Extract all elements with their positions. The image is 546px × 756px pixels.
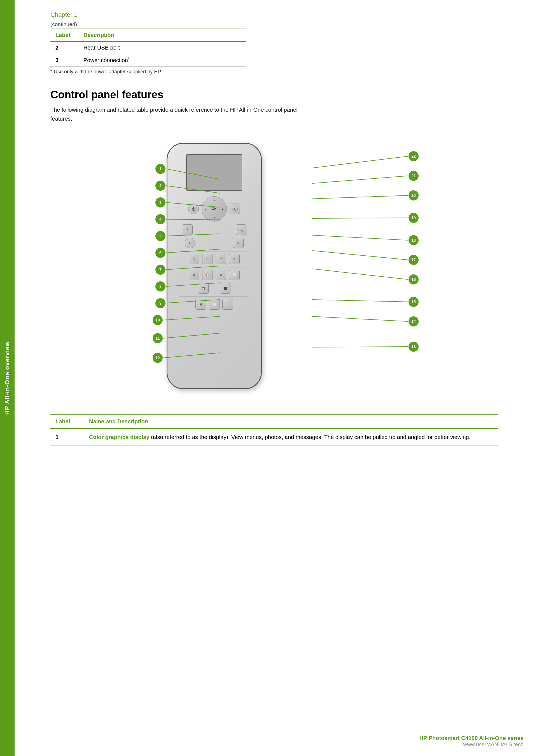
- sidebar: HP All-in-One overview: [0, 0, 15, 756]
- table-row: 3 Power connection*: [50, 54, 246, 67]
- callout-14: 14: [409, 316, 419, 326]
- svg-line-16: [312, 235, 408, 240]
- callout-7: 7: [155, 265, 165, 275]
- btn-row-5: 🖼 📋 ⚙ ⬜: [176, 270, 252, 280]
- section-heading: Control panel features: [50, 89, 524, 101]
- features-col-label: Label: [50, 415, 84, 428]
- callout-20: 20: [409, 190, 419, 200]
- photo-btn[interactable]: 🖼: [189, 270, 199, 280]
- back-btn[interactable]: ↩: [185, 238, 195, 248]
- btn-row-7: 🖨 ⬜ ▭: [176, 299, 252, 310]
- features-row-1: 1 Color graphics display (also referred …: [50, 428, 498, 446]
- description-text: (also referred to as the display): View …: [150, 434, 471, 440]
- svg-line-21: [312, 347, 408, 347]
- btn-row-6: 💾 ⬛: [176, 283, 252, 294]
- svg-line-14: [312, 195, 408, 199]
- svg-line-12: [312, 156, 408, 168]
- features-col-desc: Name and Description: [84, 415, 498, 428]
- footnote: * Use only with the power adapter suppli…: [50, 69, 524, 75]
- features-description: Color graphics display (also referred to…: [84, 428, 498, 446]
- features-label: 1: [50, 428, 84, 446]
- continued-table: Label Description 2 Rear USB port 3 Powe…: [50, 29, 246, 67]
- svg-line-17: [312, 251, 408, 260]
- callout-13: 13: [409, 342, 419, 352]
- frame-btn[interactable]: ⬛: [220, 283, 230, 294]
- callout-19: 19: [409, 213, 419, 223]
- col-description-header: Description: [78, 29, 246, 41]
- footer-url: www.userMANUALS.tech: [419, 741, 524, 748]
- section-intro: The following diagram and related table …: [50, 105, 302, 123]
- callout-8: 8: [155, 281, 165, 291]
- svg-line-19: [312, 300, 408, 302]
- btn-row-3: ↩ ⊞: [176, 238, 252, 248]
- callout-11: 11: [153, 333, 163, 343]
- btn-row-1: ⏻ ▲ ▼ ◄ ► OK 🔍+: [176, 196, 252, 221]
- alert-btn[interactable]: !: [182, 224, 193, 235]
- crop-btn[interactable]: ⬜: [229, 270, 240, 280]
- callout-1: 1: [155, 164, 165, 174]
- layout-btn[interactable]: ⊞: [233, 238, 244, 248]
- chapter-label: Chapter 1: [50, 11, 524, 18]
- svg-line-15: [312, 218, 408, 218]
- memory-btn[interactable]: 💾: [198, 283, 209, 294]
- callout-15: 15: [409, 297, 419, 307]
- callout-21: 21: [409, 171, 419, 181]
- callout-18: 18: [409, 235, 419, 245]
- callout-4: 4: [155, 214, 165, 224]
- power-btn[interactable]: ⏻: [188, 204, 199, 214]
- copy-btn[interactable]: ✂: [202, 254, 213, 264]
- col-label-header: Label: [50, 29, 78, 41]
- print-btn[interactable]: 🖨: [195, 299, 206, 310]
- features-table: Label Name and Description 1 Color graph…: [50, 414, 498, 446]
- table-row: 2 Rear USB port: [50, 41, 246, 54]
- footer: HP Photosmart C4100 All-in-One series ww…: [419, 735, 524, 748]
- help-btn[interactable]: ?: [216, 254, 226, 264]
- svg-line-20: [312, 316, 408, 321]
- square-btn[interactable]: ⬜: [209, 299, 220, 310]
- sidebar-label: HP All-in-One overview: [4, 341, 11, 415]
- row-description: Rear USB port: [78, 41, 246, 54]
- copy2-btn[interactable]: 📋: [202, 270, 213, 280]
- scan-btn[interactable]: 🔍: [189, 254, 199, 264]
- callout-5: 5: [155, 231, 165, 241]
- rect-btn[interactable]: ▭: [222, 299, 233, 310]
- callout-3: 3: [155, 197, 165, 207]
- btn-row-2: ! 🔍-: [176, 224, 252, 235]
- ok-cluster[interactable]: ▲ ▼ ◄ ► OK: [202, 196, 227, 221]
- callout-6: 6: [155, 248, 165, 258]
- footer-product: HP Photosmart C4100 All-in-One series: [419, 735, 524, 741]
- main-content: Chapter 1 (continued) Label Description …: [17, 0, 546, 463]
- callout-10: 10: [153, 315, 163, 325]
- callout-2: 2: [155, 181, 165, 191]
- svg-line-18: [312, 269, 408, 279]
- zoom-in-btn[interactable]: 🔍+: [230, 204, 240, 214]
- callout-16: 16: [409, 274, 419, 284]
- zoom-out-btn[interactable]: 🔍-: [236, 224, 246, 235]
- options-btn[interactable]: ⚙: [216, 270, 226, 280]
- callout-17: 17: [409, 255, 419, 265]
- device-screen: [186, 154, 242, 191]
- row-label: 3: [50, 54, 78, 67]
- control-panel-diagram: ⏻ ▲ ▼ ◄ ► OK 🔍+ ! 🔍-: [133, 134, 441, 409]
- callout-22: 22: [409, 151, 419, 161]
- callout-12: 12: [153, 353, 163, 363]
- cancel-btn[interactable]: ✕: [229, 254, 240, 264]
- callout-9: 9: [155, 298, 165, 308]
- row-description: Power connection*: [78, 54, 246, 67]
- svg-line-13: [312, 176, 408, 183]
- continued-label: (continued): [50, 21, 524, 27]
- btn-row-4: 🔍 ✂ ? ✕: [176, 254, 252, 264]
- highlight-text: Color graphics display: [89, 434, 150, 440]
- device-buttons: ⏻ ▲ ▼ ◄ ► OK 🔍+ ! 🔍-: [176, 196, 252, 312]
- device-body: ⏻ ▲ ▼ ◄ ► OK 🔍+ ! 🔍-: [167, 143, 262, 389]
- row-label: 2: [50, 41, 78, 54]
